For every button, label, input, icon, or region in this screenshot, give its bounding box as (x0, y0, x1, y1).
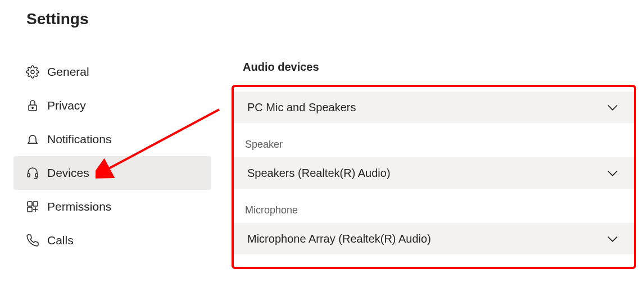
gear-icon (26, 65, 39, 79)
dropdown-value: Speakers (Realtek(R) Audio) (247, 167, 391, 180)
speaker-label: Speaker (245, 139, 634, 151)
chevron-down-icon (605, 99, 620, 115)
microphone-label: Microphone (245, 204, 634, 216)
sidebar-item-label: Calls (47, 234, 74, 247)
speaker-dropdown[interactable]: Speakers (Realtek(R) Audio) (234, 157, 634, 189)
lock-icon (26, 99, 39, 112)
grid-icon (26, 200, 39, 213)
sidebar-item-label: General (47, 65, 89, 79)
section-heading-audio-devices: Audio devices (243, 61, 636, 74)
sidebar-item-notifications[interactable]: Notifications (13, 122, 211, 156)
svg-point-2 (32, 107, 33, 108)
chevron-down-icon (605, 165, 620, 181)
sidebar-item-label: Permissions (47, 200, 111, 213)
audio-devices-annotation-box: PC Mic and Speakers Speaker Speakers (Re… (232, 85, 636, 269)
svg-rect-3 (28, 174, 30, 177)
sidebar-item-permissions[interactable]: Permissions (13, 190, 211, 224)
sidebar-item-privacy[interactable]: Privacy (13, 89, 211, 122)
sidebar-item-label: Privacy (47, 99, 86, 112)
microphone-dropdown[interactable]: Microphone Array (Realtek(R) Audio) (234, 223, 634, 254)
sidebar-item-devices[interactable]: Devices (13, 156, 211, 190)
bell-icon (26, 133, 39, 146)
svg-point-0 (31, 70, 34, 74)
page-title: Settings (26, 10, 88, 28)
content-panel: Audio devices PC Mic and Speakers Speake… (232, 61, 636, 269)
svg-rect-4 (35, 174, 38, 177)
svg-rect-5 (28, 202, 32, 206)
chevron-down-icon (605, 231, 620, 247)
svg-rect-6 (33, 202, 38, 206)
settings-sidebar: General Privacy Notifications (13, 55, 211, 257)
svg-rect-7 (28, 207, 32, 212)
sidebar-item-label: Devices (47, 166, 89, 180)
audio-profile-dropdown[interactable]: PC Mic and Speakers (234, 92, 634, 123)
dropdown-value: PC Mic and Speakers (247, 101, 356, 114)
sidebar-item-calls[interactable]: Calls (13, 224, 211, 257)
dropdown-value: Microphone Array (Realtek(R) Audio) (247, 233, 431, 245)
headset-icon (26, 166, 39, 180)
sidebar-item-label: Notifications (47, 133, 111, 146)
phone-icon (26, 234, 39, 247)
sidebar-item-general[interactable]: General (13, 55, 211, 89)
